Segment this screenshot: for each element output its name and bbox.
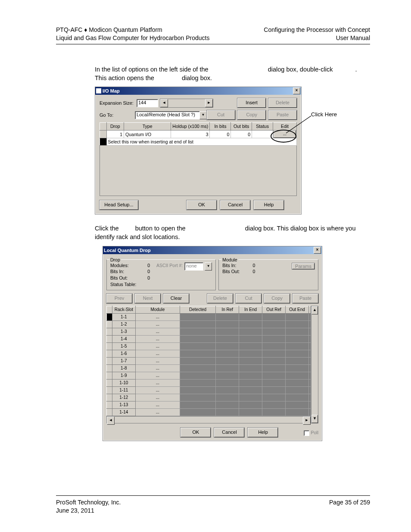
horizontal-scrollbar[interactable]: ◄ ► [106,416,311,423]
table-row[interactable]: 1-12... [107,394,311,401]
module-cell[interactable]: ... [135,387,180,394]
hdr-left-1: PTQ-AFC ♦ Modicon Quantum Platform [56,26,209,34]
module-cell[interactable]: ... [135,328,180,336]
rackslot-cell: 1-6 [112,350,135,358]
scroll-right-button[interactable]: ► [205,99,213,107]
rackslot-cell: 1-11 [112,387,135,394]
params-button[interactable]: Params [292,263,314,269]
rackslot-cell: 1-4 [112,336,135,343]
module-cell[interactable]: ... [135,401,180,409]
module-cell[interactable]: ... [135,372,180,380]
drop-legend: Drop [109,257,121,263]
footer-company: ProSoft Technology, Inc. [56,498,121,507]
prev-button[interactable]: Prev [106,294,132,303]
help-button-2[interactable]: Help [248,428,278,437]
table-row[interactable]: 1-7... [107,358,311,365]
col-status: Status [252,123,273,131]
col-outend: Out End [286,306,309,314]
ascii-port-label: ASCII Port #: [156,262,183,269]
status-table-label: Status Table: [110,281,141,288]
clear-button[interactable]: Clear [163,294,189,303]
scroll-right-icon[interactable]: ► [303,417,311,425]
hdr-left-2: Liquid and Gas Flow Computer for Hydroca… [56,34,209,42]
cancel-button-2[interactable]: Cancel [214,428,244,437]
table-row[interactable]: 1 Quantum I/O 3 0 0 ... [100,131,297,138]
scroll-down-icon[interactable]: ▼ [311,415,318,423]
col-rackslot: Rack-Slot [112,306,135,314]
table-row[interactable]: 1-6... [107,350,311,358]
module-cell[interactable]: ... [135,358,180,365]
scroll-left-button[interactable]: ◄ [160,99,168,107]
delete-button-2[interactable]: Delete [207,294,233,303]
expansion-size-field[interactable]: 144 [137,99,158,107]
module-cell[interactable]: ... [135,394,180,401]
chevron-down-icon[interactable]: ▼ [199,111,206,119]
module-cell[interactable]: ... [135,409,180,416]
table-row[interactable]: 1-2... [107,321,311,328]
table-row[interactable]: 1-14... [107,409,311,416]
paste-button-2[interactable]: Paste [293,294,318,303]
rackslot-cell: 1-13 [112,401,135,409]
table-row[interactable]: 1-1... [107,314,311,321]
io-map-dialog: I/O Map × Expansion Size: 144 ◄ ► [95,87,302,215]
insert-button[interactable]: Insert [237,98,266,108]
m-bitsin-label: Bits In: [222,262,246,269]
table-row[interactable]: Select this row when inserting at end of… [100,138,297,146]
table-row[interactable]: 1-13... [107,401,311,409]
expansion-size-label: Expansion Size: [100,100,137,106]
vertical-scrollbar[interactable]: ▲ ▼ [311,306,318,423]
module-cell[interactable]: ... [135,350,180,358]
copy-button-2[interactable]: Copy [264,294,290,303]
m-bitsin-value: 0 [246,262,255,269]
io-map-table: Drop Type Holdup (x100 ms) In bits Out b… [100,122,297,146]
ok-button-2[interactable]: OK [181,428,211,437]
bitsout-value: 0 [141,275,150,281]
module-legend: Module [221,257,238,263]
head-setup-button[interactable]: Head Setup... [100,200,138,210]
module-cell[interactable]: ... [135,343,180,350]
table-row[interactable]: 1-4... [107,336,311,343]
paste-button[interactable]: Paste [268,110,297,120]
close-icon[interactable]: × [293,87,300,94]
copy-button[interactable]: Copy [237,110,266,120]
scroll-left-icon[interactable]: ◄ [107,417,115,425]
rackslot-cell: 1-5 [112,343,135,350]
poll-checkbox[interactable]: Poll [304,429,318,436]
cut-button-2[interactable]: Cut [236,294,262,303]
footer-date: June 23, 2011 [56,507,121,515]
table-row[interactable]: 1-8... [107,365,311,372]
close-icon[interactable]: × [314,247,321,254]
goto-field[interactable]: Local/Remote (Head Slot ?) [135,111,200,119]
scroll-up-icon[interactable]: ▲ [311,306,318,314]
ascii-port-field[interactable]: none [184,262,203,271]
rackslot-cell: 1-7 [112,358,135,365]
col-type: Type [124,123,171,131]
hdr-right-1: Configuring the Processor with Concept [264,26,370,34]
rackslot-cell: 1-10 [112,380,135,387]
table-row[interactable]: 1-9... [107,372,311,380]
delete-button[interactable]: Delete [268,98,297,108]
ok-button[interactable]: OK [187,200,217,210]
col-blank [309,306,311,314]
bitsin-value: 0 [141,268,150,275]
col-drop: Drop [106,123,124,131]
next-button[interactable]: Next [135,294,161,303]
module-cell[interactable]: ... [135,321,180,328]
rack-slot-table: Rack-Slot Module Detected In Ref In End … [106,306,311,416]
cancel-button[interactable]: Cancel [220,200,250,210]
help-button[interactable]: Help [254,200,284,210]
rackslot-cell: 1-1 [112,314,135,321]
cut-button[interactable]: Cut [207,110,235,120]
table-row[interactable]: 1-11... [107,387,311,394]
module-cell[interactable]: ... [135,380,180,387]
hdr-right-2: User Manual [264,34,370,42]
table-row[interactable]: 1-5... [107,343,311,350]
module-cell[interactable]: ... [135,365,180,372]
chevron-down-icon[interactable]: ▼ [205,262,212,271]
module-cell[interactable]: ... [135,314,180,321]
col-detected: Detected [180,306,216,314]
table-row[interactable]: 1-3... [107,328,311,336]
module-cell[interactable]: ... [135,336,180,343]
col-inref: In Ref [216,306,239,314]
table-row[interactable]: 1-10... [107,380,311,387]
